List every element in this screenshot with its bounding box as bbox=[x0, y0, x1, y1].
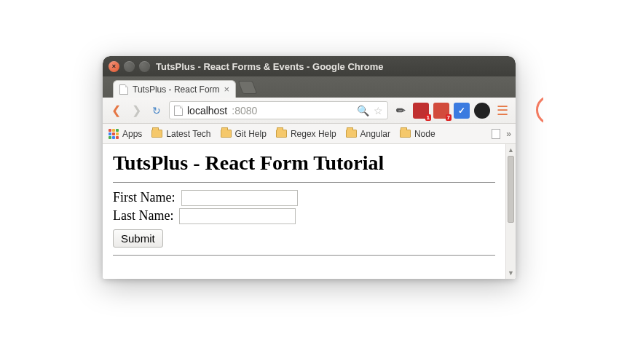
page-viewport: TutsPlus - React Form Tutorial First Nam… bbox=[103, 144, 516, 279]
window-controls: × bbox=[109, 61, 150, 72]
submit-button[interactable]: Submit bbox=[113, 229, 163, 248]
extension-red-2[interactable]: 7 bbox=[433, 103, 449, 119]
tab-strip: TutsPlus - React Form × bbox=[103, 76, 516, 98]
bookmark-star-icon[interactable]: ☆ bbox=[374, 105, 383, 116]
bookmark-folder-angular[interactable]: Angular bbox=[346, 129, 390, 139]
folder-icon bbox=[346, 130, 357, 138]
bookmark-folder-node[interactable]: Node bbox=[400, 129, 435, 139]
tab-close-icon[interactable]: × bbox=[224, 84, 230, 95]
back-button[interactable]: ❮ bbox=[108, 103, 124, 119]
new-tab-button[interactable] bbox=[238, 81, 258, 94]
scroll-down-button[interactable]: ▼ bbox=[506, 267, 516, 279]
chrome-menu-icon[interactable]: ☰ bbox=[494, 103, 510, 119]
last-name-row: Last Name: bbox=[113, 208, 495, 224]
apps-grid-icon bbox=[109, 129, 119, 139]
folder-icon bbox=[400, 130, 411, 138]
zoom-icon[interactable]: 🔍 bbox=[357, 105, 369, 116]
first-name-row: First Name: bbox=[113, 190, 495, 206]
window-maximize-button[interactable] bbox=[139, 61, 150, 72]
folder-icon bbox=[151, 130, 162, 138]
tab-label: TutsPlus - React Form bbox=[133, 84, 220, 95]
page-content: TutsPlus - React Form Tutorial First Nam… bbox=[103, 144, 505, 279]
address-host: localhost bbox=[187, 105, 227, 116]
bookmark-page-icon[interactable] bbox=[492, 129, 500, 139]
apps-label: Apps bbox=[122, 129, 142, 139]
extension-red-2-badge: 7 bbox=[446, 114, 452, 121]
scroll-up-button[interactable]: ▲ bbox=[506, 144, 516, 156]
tab-active[interactable]: TutsPlus - React Form × bbox=[113, 80, 236, 98]
bookmark-label: Latest Tech bbox=[166, 129, 210, 139]
scroll-track[interactable] bbox=[506, 156, 516, 267]
omnibox-right: 🔍 ☆ bbox=[357, 105, 383, 116]
extension-dark[interactable] bbox=[474, 103, 490, 119]
bookmarks-overflow-button[interactable]: » bbox=[506, 129, 510, 139]
bookmark-label: Git Help bbox=[235, 129, 267, 139]
extension-red-1[interactable]: 1 bbox=[413, 103, 429, 119]
reload-button[interactable]: ↻ bbox=[149, 103, 165, 119]
page-heading: TutsPlus - React Form Tutorial bbox=[113, 151, 495, 175]
first-name-label: First Name: bbox=[113, 190, 176, 205]
annotation-arc bbox=[536, 95, 565, 124]
extension-blue[interactable]: ✓ bbox=[454, 103, 470, 119]
bookmark-label: Angular bbox=[360, 129, 390, 139]
folder-icon bbox=[221, 130, 232, 138]
forward-button[interactable]: ❯ bbox=[128, 103, 144, 119]
divider bbox=[113, 255, 495, 256]
window-minimize-button[interactable] bbox=[124, 61, 135, 72]
last-name-input[interactable] bbox=[179, 208, 296, 224]
vertical-scrollbar[interactable]: ▲ ▼ bbox=[505, 144, 516, 279]
extension-eyedropper-icon[interactable]: ✏ bbox=[393, 103, 409, 119]
folder-icon bbox=[276, 130, 287, 138]
first-name-input[interactable] bbox=[181, 190, 298, 206]
bookmark-folder-regex-help[interactable]: Regex Help bbox=[276, 129, 336, 139]
extension-blue-glyph: ✓ bbox=[458, 106, 465, 116]
bookmarks-overflow: » bbox=[492, 129, 510, 139]
bookmark-label: Node bbox=[414, 129, 435, 139]
address-bar[interactable]: localhost:8080 🔍 ☆ bbox=[169, 101, 388, 119]
browser-toolbar: ❮ ❯ ↻ localhost:8080 🔍 ☆ ✏ 1 7 ✓ ☰ bbox=[103, 98, 516, 124]
window-titlebar: × TutsPlus - React Forms & Events - Goog… bbox=[103, 56, 516, 76]
site-info-icon[interactable] bbox=[174, 106, 183, 116]
last-name-label: Last Name: bbox=[113, 208, 173, 223]
window-close-button[interactable]: × bbox=[109, 61, 119, 72]
window-title: TutsPlus - React Forms & Events - Google… bbox=[156, 61, 384, 72]
bookmark-label: Regex Help bbox=[291, 129, 336, 139]
apps-button[interactable]: Apps bbox=[109, 129, 142, 139]
bookmark-folder-latest-tech[interactable]: Latest Tech bbox=[151, 129, 210, 139]
scroll-thumb[interactable] bbox=[508, 156, 514, 223]
extension-red-1-badge: 1 bbox=[425, 114, 431, 121]
browser-window: × TutsPlus - React Forms & Events - Goog… bbox=[103, 56, 516, 279]
tab-favicon-icon bbox=[119, 84, 128, 95]
bookmarks-bar: Apps Latest Tech Git Help Regex Help Ang… bbox=[103, 124, 516, 144]
divider bbox=[113, 182, 495, 183]
bookmark-folder-git-help[interactable]: Git Help bbox=[221, 129, 267, 139]
address-port: :8080 bbox=[232, 105, 257, 116]
